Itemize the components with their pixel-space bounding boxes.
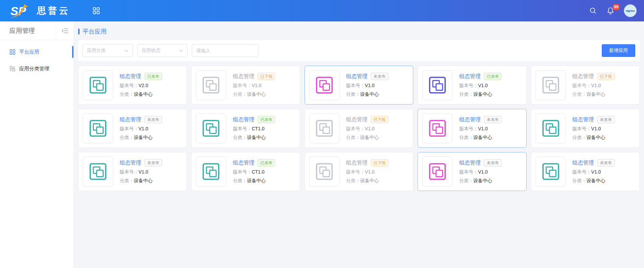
version-row: 版本号：CT1.0	[233, 169, 275, 175]
search-icon[interactable]	[589, 7, 597, 15]
app-icon	[83, 156, 113, 187]
app-card[interactable]: 组态管理 未发布 版本号：V1.0 分类：设备中心	[78, 109, 187, 148]
app-card[interactable]: 组态管理 已下线 版本号：V1.0 分类：设备中心	[305, 109, 413, 148]
search-input[interactable]	[192, 44, 258, 57]
version-label: 版本号：	[233, 126, 252, 131]
version-value: V1.0	[478, 126, 488, 131]
version-value: V1.0	[139, 169, 148, 175]
app-card[interactable]: 组态管理 未发布 版本号：V1.0 分类：设备中心	[305, 66, 413, 105]
app-card-body: 组态管理 未发布 版本号：V1.0 分类：设备中心	[120, 116, 162, 141]
version-label: 版本号：	[459, 83, 478, 88]
version-row: 版本号：CT1.0	[233, 125, 275, 132]
user-avatar[interactable]: Hignton	[624, 4, 637, 17]
category-value: 设备中心	[360, 135, 379, 140]
app-icon	[83, 70, 113, 100]
status-badge: 已下线	[258, 73, 275, 80]
app-card[interactable]: 组态管理 已发布 版本号：CT1.0 分类：设备中心	[191, 109, 300, 148]
version-value: V1.0	[365, 83, 375, 88]
sidebar-item-label: 应用分类管理	[19, 66, 49, 72]
version-value: V1.0	[591, 126, 601, 131]
app-card[interactable]: 组态管理 未发布 版本号：V1.0 分类：设备中心	[418, 109, 526, 148]
app-title-link[interactable]: 组态管理	[346, 116, 368, 123]
app-card[interactable]: 组态管理 已下线 版本号：V1.0 分类：设备中心	[191, 66, 300, 105]
category-label: 分类：	[120, 178, 134, 183]
app-title-link[interactable]: 组态管理	[573, 73, 594, 80]
app-card-body: 组态管理 未发布 版本号：V1.0 分类：设备中心	[120, 159, 162, 184]
app-status-select[interactable]: 应用状态	[137, 44, 187, 57]
category-label: 分类：	[459, 135, 473, 140]
app-card[interactable]: 组态管理 已发布 版本号：CT1.0 分类：设备中心	[191, 152, 300, 191]
category-label: 分类：	[120, 135, 134, 140]
status-badge: 已下线	[371, 116, 388, 123]
app-card-body: 组态管理 已下线 版本号：V1.0 分类：设备中心	[346, 116, 388, 141]
category-value: 设备中心	[134, 135, 153, 140]
app-icon	[196, 113, 226, 143]
brand-name: 思普云	[37, 5, 70, 17]
category-row: 分类：设备中心	[233, 91, 275, 97]
app-title-link[interactable]: 组态管理	[120, 73, 141, 80]
grid-icon	[9, 49, 15, 55]
version-value: V2.0	[139, 83, 148, 88]
app-title-link[interactable]: 组态管理	[233, 116, 254, 123]
notification-bell-icon[interactable]: 99	[606, 7, 614, 15]
category-value: 设备中心	[247, 91, 266, 97]
version-row: 版本号：V1.0	[573, 125, 615, 132]
app-card[interactable]: 组态管理 未发布 版本号：V1.0 分类：设备中心	[531, 152, 640, 191]
version-label: 版本号：	[573, 169, 591, 175]
app-card[interactable]: 组态管理 已发布 版本号：V2.0 分类：设备中心	[78, 66, 187, 105]
sidebar: 应用管理 平台应用	[0, 21, 74, 268]
category-value: 设备中心	[473, 91, 492, 97]
app-icon	[536, 156, 566, 187]
category-row: 分类：设备中心	[346, 134, 388, 141]
category-value: 设备中心	[247, 135, 266, 140]
sidebar-item-app-category-management[interactable]: 应用分类管理	[0, 60, 73, 77]
app-card-body: 组态管理 未发布 版本号：V1.0 分类：设备中心	[346, 73, 388, 97]
category-row: 分类：设备中心	[233, 177, 275, 184]
status-badge: 已发布	[258, 159, 275, 166]
app-title-link[interactable]: 组态管理	[120, 159, 141, 166]
app-icon	[196, 156, 226, 187]
app-title-link[interactable]: 组态管理	[233, 73, 254, 80]
app-title-link[interactable]: 组态管理	[233, 159, 254, 166]
category-row: 分类：设备中心	[459, 91, 501, 97]
app-card[interactable]: 组态管理 已下线 版本号：V1.0 分类：设备中心	[531, 66, 640, 105]
app-title-link[interactable]: 组态管理	[459, 159, 481, 166]
app-card[interactable]: 组态管理 已下线 版本号：V1.0 分类：设备中心	[305, 152, 413, 191]
page-title-row: 平台应用	[78, 27, 640, 36]
app-card-body: 组态管理 已发布 版本号：V2.0 分类：设备中心	[120, 73, 162, 97]
version-row: 版本号：V1.0	[346, 82, 388, 89]
app-card[interactable]: 组态管理 未发布 版本号：V1.0 分类：设备中心	[531, 109, 640, 148]
app-title-link[interactable]: 组态管理	[459, 116, 481, 123]
app-title-link[interactable]: 组态管理	[346, 73, 368, 80]
app-card-body: 组态管理 已下线 版本号：V1.0 分类：设备中心	[233, 73, 275, 97]
sidebar-item-platform-apps[interactable]: 平台应用	[0, 44, 73, 60]
app-card-body: 组态管理 已发布 版本号：V1.0 分类：设备中心	[459, 73, 501, 97]
app-card[interactable]: 组态管理 未发布 版本号：V1.0 分类：设备中心	[78, 152, 187, 191]
app-card[interactable]: 组态管理 已发布 版本号：V1.0 分类：设备中心	[418, 66, 526, 105]
version-row: 版本号：V2.0	[120, 82, 162, 89]
app-category-select[interactable]: 应用分类	[83, 44, 133, 57]
app-card[interactable]: 组态管理 未发布 版本号：V1.0 分类：设备中心	[418, 152, 526, 191]
category-row: 分类：设备中心	[346, 177, 388, 184]
add-app-button[interactable]: 新增应用	[602, 44, 635, 57]
sidebar-collapse-icon[interactable]	[56, 21, 73, 40]
version-value: V1.0	[478, 169, 488, 175]
category-label: 分类：	[346, 135, 360, 140]
version-label: 版本号：	[346, 169, 365, 175]
app-icon	[422, 70, 452, 100]
app-icon	[536, 113, 566, 143]
category-value: 设备中心	[360, 178, 379, 183]
app-icon	[83, 113, 113, 143]
version-value: CT1.0	[252, 169, 264, 175]
version-label: 版本号：	[120, 83, 139, 88]
app-title-link[interactable]: 组态管理	[120, 116, 141, 123]
apps-grid-icon[interactable]	[92, 7, 100, 15]
category-row: 分类：设备中心	[346, 91, 388, 97]
status-badge: 已下线	[597, 73, 615, 80]
app-title-link[interactable]: 组态管理	[573, 116, 594, 123]
version-row: 版本号：V1.0	[120, 169, 162, 175]
app-title-link[interactable]: 组态管理	[459, 73, 481, 80]
app-title-link[interactable]: 组态管理	[346, 159, 368, 166]
app-title-link[interactable]: 组态管理	[573, 159, 594, 166]
version-value: V1.0	[591, 83, 601, 88]
